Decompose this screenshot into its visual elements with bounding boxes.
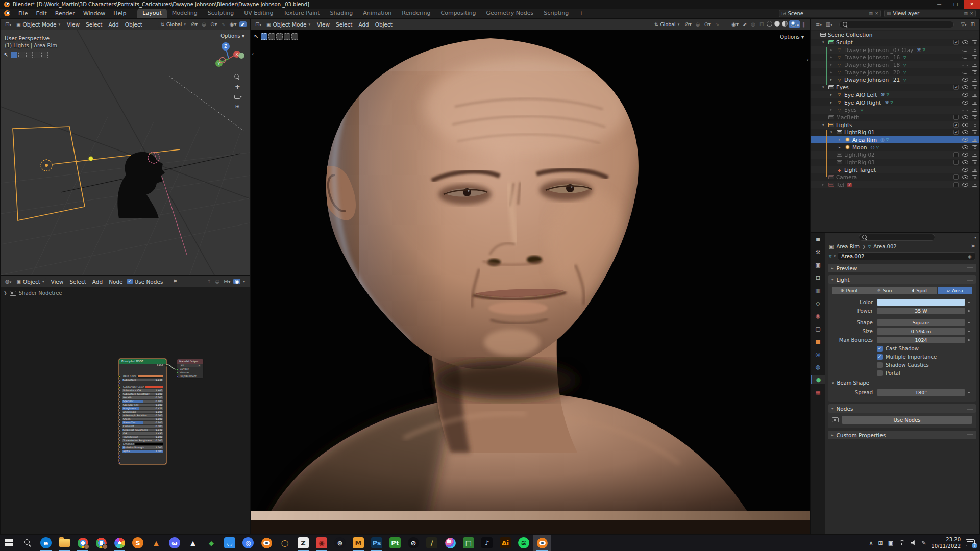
viewlayer-copy-icon[interactable]: ▥: [964, 11, 968, 16]
disable-render-camera-icon[interactable]: [972, 123, 977, 127]
node-row[interactable]: Subsurface Color: [119, 385, 166, 389]
node-row[interactable]: [119, 457, 166, 460]
color-swatch[interactable]: [135, 443, 163, 446]
hide-eye-icon[interactable]: [962, 48, 968, 52]
node-slider[interactable]: Anisotropic 0.000: [122, 411, 163, 414]
outliner-item-label[interactable]: Eyes: [844, 107, 857, 113]
input-socket[interactable]: [176, 368, 178, 370]
properties-tab[interactable]: ▢: [811, 324, 825, 333]
menu-item[interactable]: Window: [79, 10, 109, 17]
outliner-row[interactable]: ▸ Eye AIO Left: [811, 91, 979, 99]
disable-render-camera-icon[interactable]: [972, 48, 977, 52]
expand-arrow-icon[interactable]: ▾: [830, 130, 836, 134]
browse-dropdown-icon[interactable]: ▾: [834, 254, 836, 258]
fake-user-shield-icon[interactable]: ◈: [968, 253, 972, 260]
disable-render-camera-icon[interactable]: [972, 115, 977, 119]
gizmo-icon[interactable]: ⬈: [741, 21, 748, 27]
expand-arrow-icon[interactable]: ▸: [830, 63, 836, 67]
node-slider[interactable]: Emission Strength 1.000: [122, 446, 163, 449]
disable-render-camera-icon[interactable]: [972, 183, 977, 187]
hide-eye-icon[interactable]: [962, 40, 968, 44]
expand-arrow-icon[interactable]: ▾: [822, 85, 827, 89]
node-title[interactable]: Material Output: [177, 359, 203, 364]
outliner-item-label[interactable]: Eyes: [836, 84, 849, 90]
node-slider[interactable]: IOR 1.450: [122, 432, 163, 435]
breadcrumb-expand-icon[interactable]: ❯: [4, 291, 7, 295]
input-socket[interactable]: [118, 458, 120, 460]
exclude-checkbox[interactable]: [953, 152, 959, 157]
node-slider[interactable]: Roughness 0.421: [122, 407, 163, 410]
outliner-row[interactable]: ▸ Dwayne Johnson _07 Clay: [811, 46, 979, 54]
input-socket[interactable]: [118, 404, 120, 406]
outliner-item-label[interactable]: Eye AIO Right: [844, 99, 881, 106]
value-field[interactable]: 0.594 m: [877, 328, 965, 335]
taskbar-app-button[interactable]: Ai: [496, 535, 514, 551]
workspace-tab[interactable]: Geometry Nodes: [481, 9, 538, 18]
workspace-tab[interactable]: Layout: [137, 9, 166, 18]
outliner-row[interactable]: ▸ Ref 2: [811, 181, 979, 189]
exclude-checkbox[interactable]: [953, 122, 959, 128]
exclude-checkbox[interactable]: [953, 182, 959, 187]
outliner-item-label[interactable]: Scene Collection: [828, 32, 872, 38]
workspace-tab[interactable]: +: [574, 9, 589, 18]
disable-render-camera-icon[interactable]: [972, 153, 977, 157]
filter-icon[interactable]: ▽▾: [959, 21, 968, 27]
node-row[interactable]: Subsurface Anisotropy 0.000: [119, 392, 166, 396]
keyframe-dot[interactable]: [965, 322, 972, 324]
orientation-dropdown[interactable]: ⇅ Global ▾: [652, 21, 682, 28]
value-field[interactable]: 35 W: [877, 308, 965, 314]
hide-eye-icon[interactable]: [962, 153, 968, 157]
scene-selector[interactable]: ◲ Scene ▥ ✕: [779, 10, 881, 17]
pen-icon[interactable]: ✎: [921, 540, 926, 546]
blender-menu-icon[interactable]: [4, 10, 10, 16]
hide-eye-icon[interactable]: [962, 93, 968, 97]
outliner-item-label[interactable]: Dwayne Johnson _18: [844, 62, 900, 68]
expand-arrow-icon[interactable]: ▸: [830, 70, 836, 74]
disable-render-camera-icon[interactable]: [972, 70, 977, 74]
ortho-grid-icon[interactable]: ⊞: [234, 104, 240, 109]
input-socket[interactable]: [118, 429, 120, 431]
rendered-view-canvas[interactable]: ↖ Options ▾ ‹ ‹: [251, 30, 810, 534]
shader-ball-icon[interactable]: ◉: [233, 279, 241, 284]
input-socket[interactable]: [176, 372, 178, 374]
hide-eye-icon[interactable]: [962, 85, 968, 89]
node-title[interactable]: Principled BSDF: [119, 359, 166, 364]
checkbox[interactable]: [877, 354, 883, 360]
hide-eye-icon[interactable]: [962, 78, 968, 82]
pin-icon[interactable]: ⚑: [971, 244, 975, 249]
use-nodes-checkbox[interactable]: ✓: [127, 279, 133, 284]
scene-delete-icon[interactable]: ✕: [875, 11, 878, 16]
disable-render-camera-icon[interactable]: [972, 93, 977, 97]
viewport-menu-item[interactable]: View: [64, 21, 83, 28]
parent-node-icon[interactable]: ↑: [205, 279, 212, 284]
speaker-icon[interactable]: [911, 540, 916, 545]
proportional-edit-icon[interactable]: ⊙▾: [702, 21, 712, 27]
node-slider[interactable]: Clearcoat 0.000: [122, 425, 163, 428]
properties-tab[interactable]: ◍: [811, 362, 825, 371]
input-socket[interactable]: [118, 379, 120, 381]
node-row[interactable]: Metallic 0.000: [119, 396, 166, 399]
node-row[interactable]: [119, 453, 166, 457]
select-mode-3[interactable]: [276, 33, 283, 40]
shader-menu-item[interactable]: Node: [106, 279, 126, 285]
outliner-search[interactable]: [839, 21, 954, 28]
properties-tab[interactable]: ≡: [811, 235, 825, 244]
properties-tab[interactable]: ●: [811, 375, 825, 384]
viewlayer-selector[interactable]: ▥ ViewLayer ▥ ✕: [884, 10, 976, 17]
taskbar-app-button[interactable]: Ps: [368, 535, 386, 551]
drag-handle-icon[interactable]: [967, 408, 973, 410]
expand-arrow-icon[interactable]: ▸: [830, 55, 836, 59]
outliner-item-label[interactable]: Dwayne Johnson _21: [844, 77, 900, 83]
properties-tab[interactable]: ◇: [811, 298, 825, 308]
node-row[interactable]: Clearcoat Roughness 0.030: [119, 428, 166, 432]
taskbar-app-button[interactable]: [110, 535, 129, 551]
expand-arrow-icon[interactable]: ▸: [839, 138, 844, 142]
outliner-row[interactable]: ▸ Dwayne Johnson _18: [811, 61, 979, 69]
close-button[interactable]: ✕: [964, 0, 980, 9]
disable-render-camera-icon[interactable]: [972, 108, 977, 112]
node-slider[interactable]: Subsurface 0.044: [122, 379, 163, 382]
material-output-node[interactable]: Material Output All Surface Volume: [177, 359, 204, 379]
node-row[interactable]: Anisotropic Rotation 0.000: [119, 414, 166, 417]
node-row[interactable]: All: [177, 364, 203, 367]
select-box-mode-active[interactable]: [261, 33, 267, 40]
